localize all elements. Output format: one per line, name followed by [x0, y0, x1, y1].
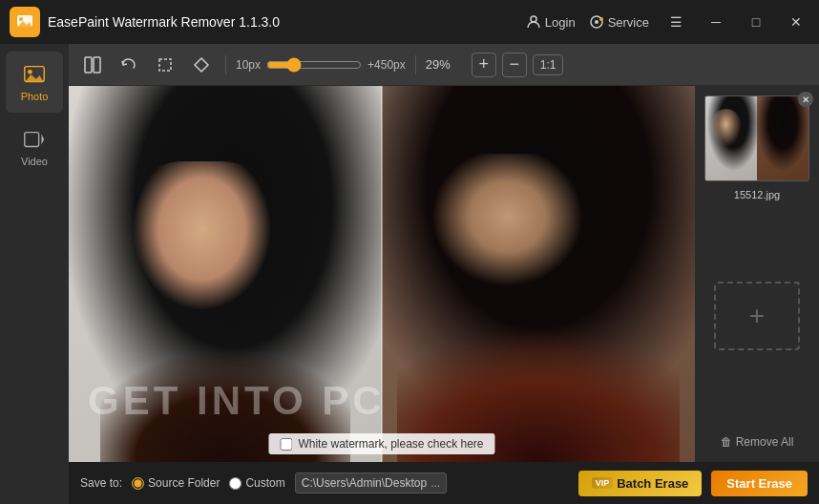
svg-point-8 — [28, 70, 32, 74]
title-right: Login Service ☰ ─ □ ✕ — [526, 9, 809, 35]
minimize-button[interactable]: ─ — [703, 9, 729, 35]
add-image-button[interactable]: + — [714, 282, 800, 350]
vip-badge: VIP — [592, 477, 614, 489]
source-folder-label[interactable]: Source Folder — [148, 476, 220, 490]
content-area: 10px +450px 29% + − 1:1 — [69, 44, 819, 504]
sidebar-toggle-button[interactable] — [78, 51, 107, 79]
svg-rect-10 — [25, 133, 39, 147]
bottom-bar: Save to: Source Folder Custom C:\Users\A… — [69, 462, 819, 504]
svg-rect-13 — [94, 57, 100, 73]
white-watermark-bar: White watermark, please check here — [268, 433, 494, 454]
sidebar-item-video[interactable]: Video — [6, 116, 63, 178]
title-bar: EasePaint Watermark Remover 1.1.3.0 Logi… — [0, 0, 819, 44]
path-box: C:\Users\Admin\Desktop ... — [295, 472, 447, 494]
bg-light — [69, 86, 382, 462]
svg-marker-15 — [195, 58, 208, 72]
login-button[interactable]: Login — [526, 14, 576, 30]
undo-button[interactable] — [115, 51, 143, 79]
size-max-label: +450px — [368, 58, 406, 72]
app-logo — [10, 7, 40, 37]
svg-marker-9 — [26, 74, 44, 81]
svg-rect-12 — [85, 57, 92, 73]
user-icon — [526, 14, 541, 30]
source-folder-radio[interactable] — [132, 477, 144, 490]
erase-tool-button[interactable] — [187, 51, 216, 79]
custom-option: Custom — [229, 476, 284, 490]
toolbar-divider — [225, 55, 226, 74]
diamond-icon — [193, 56, 210, 74]
service-button[interactable]: Service — [589, 14, 649, 30]
thumbnail-image[interactable] — [704, 95, 809, 181]
maximize-button[interactable]: □ — [743, 9, 769, 35]
app-title: EasePaint Watermark Remover 1.1.3.0 — [48, 14, 518, 30]
thumbnail-close-button[interactable]: ✕ — [798, 92, 813, 107]
brush-size-group: 10px +450px — [236, 57, 406, 73]
start-erase-button[interactable]: Start Erase — [711, 471, 808, 496]
video-label: Video — [21, 156, 48, 167]
svg-point-5 — [595, 20, 598, 24]
custom-radio[interactable] — [229, 477, 242, 490]
zoom-in-button[interactable]: + — [472, 52, 496, 77]
left-photo-half — [69, 86, 382, 462]
right-panel: ✕ 15512.jpg — [695, 86, 819, 462]
canvas-area[interactable]: GET INTO PC White watermark, please chec… — [69, 86, 695, 462]
size-min-label: 10px — [236, 58, 261, 72]
close-window-button[interactable]: ✕ — [783, 9, 809, 35]
svg-point-6 — [599, 17, 603, 21]
custom-label[interactable]: Custom — [245, 476, 284, 490]
save-to-label: Save to: — [80, 476, 122, 490]
white-watermark-label: White watermark, please check here — [298, 437, 483, 451]
path-text: C:\Users\Admin\Desktop — [302, 476, 427, 490]
photo-icon — [22, 62, 47, 87]
svg-point-3 — [531, 16, 536, 22]
brush-size-slider[interactable] — [266, 57, 362, 73]
menu-button[interactable]: ☰ — [662, 9, 689, 35]
main-layout: Photo Video — [0, 44, 819, 504]
trash-icon: 🗑 — [721, 435, 732, 449]
batch-erase-label: Batch Erase — [617, 476, 688, 491]
right-photo-half — [382, 86, 695, 462]
sidebar: Photo Video — [0, 44, 69, 504]
white-watermark-checkbox[interactable] — [280, 438, 292, 451]
photo-display: GET INTO PC White watermark, please chec… — [69, 86, 695, 462]
thumb-inner — [705, 96, 808, 180]
svg-marker-11 — [41, 134, 44, 144]
add-more-area: + — [714, 208, 800, 424]
photo-label: Photo — [21, 91, 49, 102]
panels-icon — [83, 55, 102, 74]
toolbar-divider-2 — [415, 55, 416, 74]
browse-path-button[interactable]: ... — [430, 476, 440, 490]
ratio-button[interactable]: 1:1 — [533, 54, 564, 75]
thumbnail-name: 15512.jpg — [734, 189, 780, 200]
source-folder-option: Source Folder — [132, 476, 220, 490]
zoom-controls: + − 1:1 — [472, 52, 564, 77]
batch-erase-button[interactable]: VIP Batch Erase — [578, 471, 703, 496]
remove-all-button[interactable]: 🗑 Remove All — [713, 431, 802, 452]
svg-rect-14 — [159, 59, 171, 71]
remove-all-label: Remove All — [736, 435, 794, 449]
sidebar-item-photo[interactable]: Photo — [6, 52, 63, 113]
toolbar: 10px +450px 29% + − 1:1 — [69, 44, 819, 86]
bg-dark — [382, 86, 695, 462]
zoom-out-button[interactable]: − — [502, 52, 527, 77]
video-icon — [22, 127, 47, 152]
svg-point-1 — [19, 17, 23, 21]
logo-icon — [15, 12, 34, 32]
service-icon — [589, 14, 604, 30]
zoom-percent-label: 29% — [426, 57, 460, 72]
crop-icon — [157, 56, 174, 74]
undo-icon — [120, 56, 137, 74]
crop-button[interactable] — [151, 51, 179, 79]
